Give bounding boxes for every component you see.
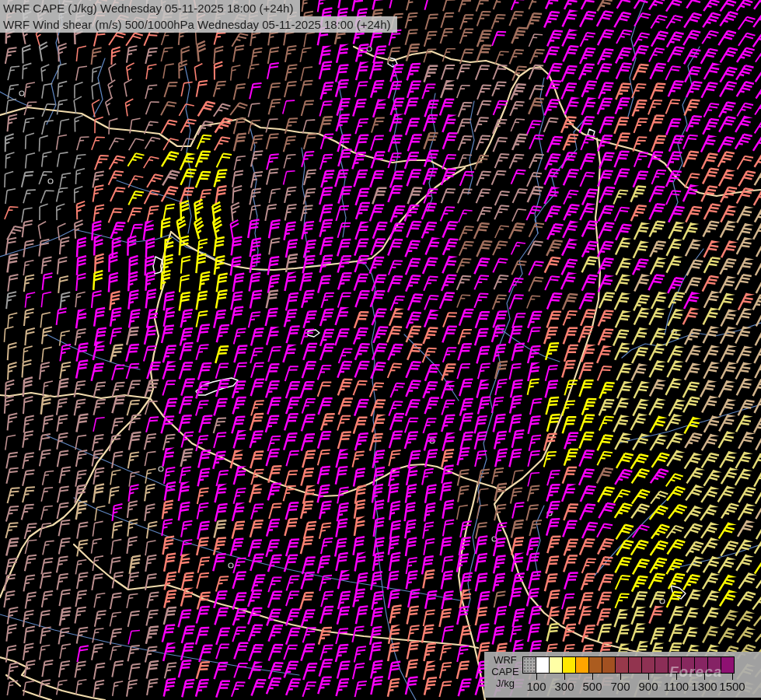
legend-tick-mark: [620, 674, 621, 680]
legend-tick-label: 1500: [715, 680, 749, 693]
legend-tick-mark: [564, 674, 565, 680]
legend-label-block: WRF CAPE J/kg: [489, 654, 522, 689]
wind-shear-title: WRF Wind shear (m/s) 500/1000hPa Wednesd…: [0, 16, 397, 33]
legend-color-box: [655, 656, 668, 674]
legend-color-box: [615, 656, 629, 674]
legend-tick-mark: [732, 674, 733, 680]
legend-color-box: [602, 656, 616, 674]
legend-color-box: [628, 656, 642, 674]
legend-color-box: [575, 656, 589, 674]
legend-label-unit: J/kg: [489, 677, 522, 689]
legend-label-cape: CAPE: [489, 666, 522, 677]
wind-barb-map-canvas: [0, 0, 761, 700]
cape-legend-panel: WRF CAPE J/kg 10030050070090011001300150…: [484, 652, 761, 698]
legend-color-box: [588, 656, 602, 674]
legend-tick-mark: [648, 674, 649, 680]
legend-tick-mark: [592, 674, 593, 680]
legend-color-box: [549, 656, 563, 674]
cape-title: WRF CAPE (J/kg) Wednesday 05-11-2025 18:…: [0, 0, 300, 16]
legend-color-box: [536, 656, 550, 674]
provider-watermark: Foreca: [669, 663, 722, 681]
title-bar: WRF CAPE (J/kg) Wednesday 05-11-2025 18:…: [0, 0, 397, 33]
legend-color-box: [721, 656, 735, 674]
legend-color-box: [562, 656, 576, 674]
legend-color-box: [522, 656, 536, 674]
legend-label-wrf: WRF: [489, 654, 522, 666]
legend-tick-mark: [536, 674, 537, 680]
weather-map-stage: WRF CAPE (J/kg) Wednesday 05-11-2025 18:…: [0, 0, 761, 700]
legend-color-box: [641, 656, 655, 674]
